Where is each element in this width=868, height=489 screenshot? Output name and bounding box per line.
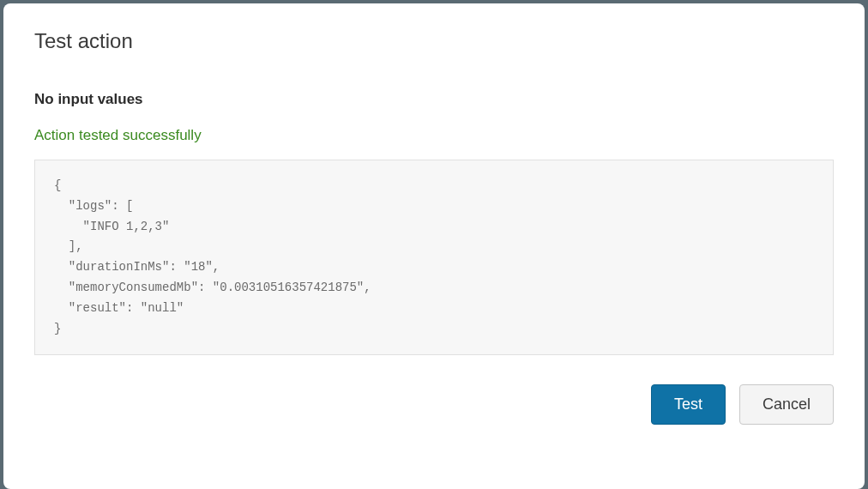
cancel-button[interactable]: Cancel (739, 384, 834, 425)
test-action-dialog: Test action No input values Action teste… (3, 3, 865, 489)
test-button[interactable]: Test (651, 384, 726, 425)
dialog-title: Test action (34, 29, 834, 53)
dialog-button-row: Test Cancel (34, 384, 834, 425)
dialog-backdrop: Test action No input values Action teste… (0, 0, 868, 489)
action-output-json: { "logs": [ "INFO 1,2,3" ], "durationInM… (34, 160, 834, 355)
success-message: Action tested successfully (34, 127, 834, 144)
no-input-values-label: No input values (34, 91, 834, 108)
